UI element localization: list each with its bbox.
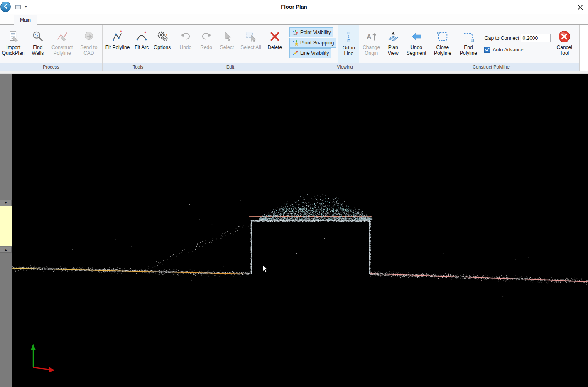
point-visibility-toggle[interactable]: Point Visibility bbox=[289, 27, 333, 37]
fit-polyline-icon: * bbox=[111, 29, 124, 44]
point-cloud-viewport[interactable] bbox=[12, 74, 588, 387]
select-all-icon bbox=[245, 29, 257, 44]
ortho-line-button[interactable]: Ortho Line bbox=[338, 25, 359, 63]
change-origin-icon: A bbox=[365, 29, 377, 44]
ribbon-workspace-divider bbox=[0, 71, 588, 74]
svg-text:*: * bbox=[145, 31, 146, 35]
app-window-icon[interactable] bbox=[15, 4, 22, 10]
line-visibility-icon bbox=[292, 50, 299, 56]
find-walls-icon bbox=[32, 29, 44, 44]
undo-segment-arrow-icon bbox=[410, 29, 423, 44]
auto-advance-checkbox[interactable] bbox=[484, 47, 490, 53]
scroll-up-button[interactable]: ▲ bbox=[0, 247, 12, 253]
viewing-toggle-stack: Point Visibility Point Snapping bbox=[289, 27, 336, 63]
redo-button[interactable]: Redo bbox=[197, 25, 216, 63]
tab-main[interactable]: Main bbox=[14, 15, 37, 25]
group-caption-tools: Tools bbox=[103, 63, 174, 71]
close-polyline-icon bbox=[436, 29, 449, 44]
window-title: Floor Plan bbox=[0, 4, 588, 10]
point-visibility-icon bbox=[292, 29, 299, 36]
scrollbar-thumb[interactable] bbox=[0, 206, 12, 246]
undo-button[interactable]: Undo bbox=[176, 25, 195, 63]
ribbon-group-construct-polyline: Undo Segment Close Polyline bbox=[403, 25, 579, 71]
fit-polyline-button[interactable]: * Fit Polyline bbox=[103, 25, 132, 63]
ribbon-group-viewing: Point Visibility Point Snapping bbox=[287, 25, 403, 71]
gap-to-connect-label: Gap to Connect bbox=[484, 35, 519, 41]
ribbon-group-tools: * Fit Polyline * Fit Arc bbox=[103, 25, 174, 71]
redo-icon bbox=[200, 29, 213, 44]
plan-view-button[interactable]: Plan View bbox=[383, 25, 403, 63]
fit-arc-icon: * bbox=[135, 29, 148, 44]
window-titlebar: ▾ Floor Plan bbox=[0, 0, 588, 14]
options-button[interactable]: Options bbox=[152, 25, 173, 63]
construct-polyline-icon bbox=[56, 29, 69, 44]
svg-text:*: * bbox=[120, 30, 122, 34]
back-arrow-icon bbox=[3, 3, 9, 10]
change-origin-button[interactable]: A Change Origin bbox=[359, 25, 383, 63]
close-polyline-button[interactable]: Close Polyline bbox=[429, 25, 456, 63]
quick-access-dropdown-icon[interactable]: ▾ bbox=[25, 5, 27, 9]
find-walls-button[interactable]: Find Walls bbox=[27, 25, 49, 63]
down-triangle-icon: ▼ bbox=[4, 201, 7, 205]
ribbon: Import QuickPlan Find Walls bbox=[0, 25, 588, 71]
back-button[interactable] bbox=[0, 2, 11, 12]
point-snapping-icon bbox=[292, 39, 299, 46]
undo-segment-button[interactable]: Undo Segment bbox=[403, 25, 429, 63]
group-caption-viewing: Viewing bbox=[287, 63, 403, 71]
send-to-cad-button[interactable]: Send to CAD bbox=[76, 25, 102, 63]
ortho-line-icon bbox=[343, 30, 355, 44]
workspace: ▼ ▲ bbox=[0, 74, 588, 387]
plan-view-icon bbox=[387, 29, 399, 44]
import-quickplan-button[interactable]: Import QuickPlan bbox=[0, 25, 27, 63]
ribbon-group-process: Import QuickPlan Find Walls bbox=[0, 25, 103, 71]
construct-polyline-button[interactable]: Construct Polyline bbox=[49, 25, 75, 63]
cancel-tool-icon bbox=[558, 29, 571, 44]
ribbon-tab-row: Main bbox=[0, 14, 588, 25]
up-triangle-icon: ▲ bbox=[4, 248, 7, 252]
auto-advance-label: Auto Advance bbox=[492, 47, 523, 53]
line-visibility-toggle[interactable]: Line Visibility bbox=[289, 48, 331, 58]
close-button[interactable] bbox=[576, 3, 584, 11]
end-polyline-icon bbox=[462, 29, 475, 44]
fit-arc-button[interactable]: * Fit Arc bbox=[132, 25, 151, 63]
delete-button[interactable]: Delete bbox=[265, 25, 284, 63]
ribbon-group-edit: Undo Redo Select bbox=[174, 25, 287, 71]
point-snapping-toggle[interactable]: Point Snapping bbox=[289, 38, 336, 48]
group-caption-edit: Edit bbox=[174, 63, 287, 71]
close-icon bbox=[578, 5, 583, 10]
select-button[interactable]: Select bbox=[218, 25, 236, 63]
scroll-down-button[interactable]: ▼ bbox=[0, 200, 12, 206]
import-quickplan-icon bbox=[7, 29, 20, 44]
check-icon bbox=[485, 47, 490, 52]
undo-icon bbox=[179, 29, 192, 44]
send-to-cad-icon bbox=[83, 29, 95, 44]
svg-text:A: A bbox=[367, 33, 372, 41]
gap-to-connect-input[interactable] bbox=[521, 34, 551, 42]
cancel-tool-button[interactable]: Cancel Tool bbox=[552, 25, 576, 63]
group-caption-construct-polyline: Construct Polyline bbox=[403, 63, 579, 71]
gears-icon bbox=[156, 29, 169, 44]
vertical-scrollbar[interactable]: ▼ ▲ bbox=[0, 74, 12, 387]
end-polyline-button[interactable]: End Polyline bbox=[456, 25, 481, 63]
select-cursor-icon bbox=[220, 29, 233, 44]
gap-settings-block: Gap to Connect Auto Advance bbox=[484, 34, 551, 63]
select-all-button[interactable]: Select All bbox=[238, 25, 263, 63]
point-cloud-canvas[interactable] bbox=[12, 74, 588, 387]
group-caption-process: Process bbox=[0, 63, 102, 71]
delete-x-icon bbox=[269, 29, 281, 44]
